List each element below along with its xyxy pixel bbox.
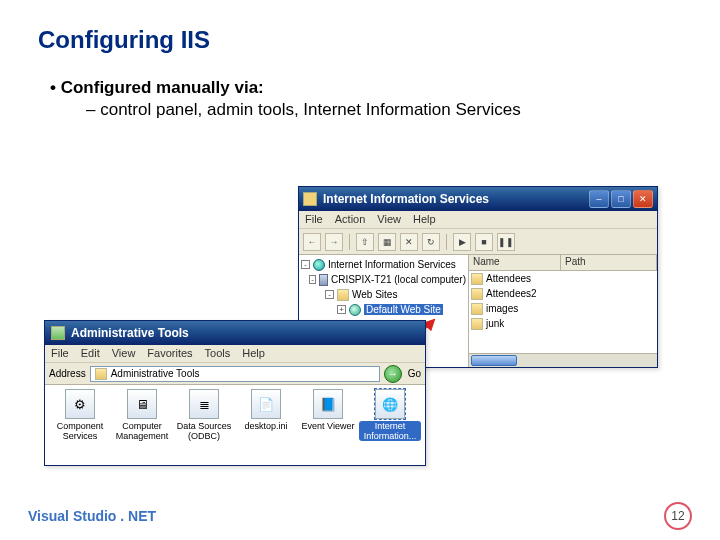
admin-tools-icon <box>51 326 65 340</box>
bullet-level-1: • Configured manually via: <box>50 78 682 98</box>
folder-icon <box>471 273 483 285</box>
iis-menubar: File Action View Help <box>299 211 657 229</box>
item-internet-information[interactable]: 🌐 Internet Information... <box>359 389 421 465</box>
separator <box>349 234 350 250</box>
computer-icon <box>319 274 328 286</box>
iis-titlebar[interactable]: Internet Information Services – □ ✕ <box>299 187 657 211</box>
delete-button[interactable]: ✕ <box>400 233 418 251</box>
folder-icon <box>471 318 483 330</box>
folder-icon <box>471 288 483 300</box>
item-component-services[interactable]: ⚙ Component Services <box>49 389 111 465</box>
menu-item-file[interactable]: File <box>51 347 69 360</box>
menu-item-help[interactable]: Help <box>413 213 436 226</box>
tree-row-root[interactable]: - Internet Information Services <box>301 257 466 272</box>
up-button[interactable]: ⇧ <box>356 233 374 251</box>
list-item[interactable]: junk <box>469 316 657 331</box>
go-label: Go <box>408 368 421 379</box>
menu-item-help[interactable]: Help <box>242 347 265 360</box>
list-header[interactable]: Name Path <box>469 255 657 271</box>
computer-management-icon: 🖥 <box>127 389 157 419</box>
menu-item-edit[interactable]: Edit <box>81 347 100 360</box>
iis-list[interactable]: Name Path Attendees Attendees2 images ju… <box>469 255 657 367</box>
slide-footer: Visual Studio . NET 12 <box>0 502 720 530</box>
address-label: Address <box>49 368 86 379</box>
tree-row-websites[interactable]: - Web Sites <box>301 287 466 302</box>
horizontal-scrollbar[interactable] <box>469 353 657 367</box>
iis-title-label: Internet Information Services <box>323 192 589 206</box>
ini-file-icon: 📄 <box>251 389 281 419</box>
menu-item-view[interactable]: View <box>112 347 136 360</box>
minimize-button[interactable]: – <box>589 190 609 208</box>
iis-shortcut-icon: 🌐 <box>375 389 405 419</box>
collapse-icon[interactable]: - <box>309 275 316 284</box>
globe-icon <box>313 259 325 271</box>
page-number: 12 <box>664 502 692 530</box>
menu-item-action[interactable]: Action <box>335 213 366 226</box>
admin-menubar: File Edit View Favorites Tools Help <box>45 345 425 363</box>
go-button[interactable] <box>384 365 402 383</box>
close-button[interactable]: ✕ <box>633 190 653 208</box>
site-icon <box>349 304 361 316</box>
folder-icon <box>337 289 349 301</box>
forward-button[interactable]: → <box>325 233 343 251</box>
scrollbar-thumb[interactable] <box>471 355 517 366</box>
tree-row-default-site[interactable]: + Default Web Site <box>301 302 466 317</box>
refresh-button[interactable]: ↻ <box>422 233 440 251</box>
slide: Configuring IIS • Configured manually vi… <box>0 0 720 540</box>
tree-row-computer[interactable]: - CRISPIX-T21 (local computer) <box>301 272 466 287</box>
pause-button[interactable]: ❚❚ <box>497 233 515 251</box>
properties-button[interactable]: ▦ <box>378 233 396 251</box>
iis-app-icon <box>303 192 317 206</box>
collapse-icon[interactable]: - <box>301 260 310 269</box>
folder-icon <box>471 303 483 315</box>
stop-button[interactable]: ■ <box>475 233 493 251</box>
start-button[interactable]: ▶ <box>453 233 471 251</box>
item-event-viewer[interactable]: 📘 Event Viewer <box>297 389 359 465</box>
menu-item-favorites[interactable]: Favorites <box>147 347 192 360</box>
admin-icon-area[interactable]: ⚙ Component Services 🖥 Computer Manageme… <box>45 385 425 465</box>
item-computer-management[interactable]: 🖥 Computer Management <box>111 389 173 465</box>
maximize-button[interactable]: □ <box>611 190 631 208</box>
admin-titlebar[interactable]: Administrative Tools <box>45 321 425 345</box>
list-item[interactable]: Attendees2 <box>469 286 657 301</box>
page-title: Configuring IIS <box>38 26 682 54</box>
col-path[interactable]: Path <box>561 255 657 270</box>
folder-icon <box>95 368 107 380</box>
menu-item-tools[interactable]: Tools <box>205 347 231 360</box>
admin-title-label: Administrative Tools <box>71 326 421 340</box>
iis-toolbar: ← → ⇧ ▦ ✕ ↻ ▶ ■ ❚❚ <box>299 229 657 255</box>
collapse-icon[interactable]: - <box>325 290 334 299</box>
address-bar: Address Administrative Tools Go <box>45 363 425 385</box>
odbc-icon: ≣ <box>189 389 219 419</box>
admin-tools-window: Administrative Tools File Edit View Favo… <box>44 320 426 466</box>
back-button[interactable]: ← <box>303 233 321 251</box>
expand-icon[interactable]: + <box>337 305 346 314</box>
list-item[interactable]: Attendees <box>469 271 657 286</box>
menu-item-view[interactable]: View <box>377 213 401 226</box>
footer-label: Visual Studio . NET <box>28 508 156 524</box>
col-name[interactable]: Name <box>469 255 561 270</box>
item-desktop-ini[interactable]: 📄 desktop.ini <box>235 389 297 465</box>
event-viewer-icon: 📘 <box>313 389 343 419</box>
list-item[interactable]: images <box>469 301 657 316</box>
menu-item-file[interactable]: File <box>305 213 323 226</box>
component-services-icon: ⚙ <box>65 389 95 419</box>
item-data-sources[interactable]: ≣ Data Sources (ODBC) <box>173 389 235 465</box>
separator <box>446 234 447 250</box>
address-field[interactable]: Administrative Tools <box>90 366 380 382</box>
bullet-level-2: – control panel, admin tools, Internet I… <box>86 100 682 120</box>
